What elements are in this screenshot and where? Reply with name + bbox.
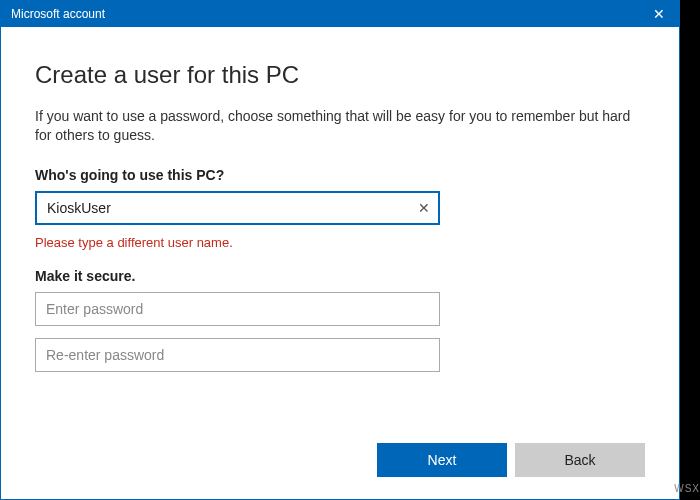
close-button[interactable]: ✕ [639, 1, 679, 27]
clear-username-button[interactable]: ✕ [414, 198, 434, 218]
username-label: Who's going to use this PC? [35, 167, 645, 183]
window-title: Microsoft account [11, 7, 105, 21]
password-input[interactable] [35, 292, 440, 326]
footer: Next Back [1, 443, 679, 499]
x-icon: ✕ [418, 200, 430, 216]
close-icon: ✕ [653, 6, 665, 22]
dialog-window: Microsoft account ✕ Create a user for th… [0, 0, 680, 500]
page-description: If you want to use a password, choose so… [35, 107, 645, 145]
secure-label: Make it secure. [35, 268, 645, 284]
back-button[interactable]: Back [515, 443, 645, 477]
username-field-wrap: ✕ [35, 191, 440, 225]
titlebar: Microsoft account ✕ [1, 1, 679, 27]
error-message: Please type a different user name. [35, 235, 645, 250]
watermark: WSX [674, 483, 700, 494]
next-button[interactable]: Next [377, 443, 507, 477]
reenter-password-input[interactable] [35, 338, 440, 372]
content-area: Create a user for this PC If you want to… [1, 27, 679, 443]
username-input[interactable] [35, 191, 440, 225]
page-title: Create a user for this PC [35, 61, 645, 89]
